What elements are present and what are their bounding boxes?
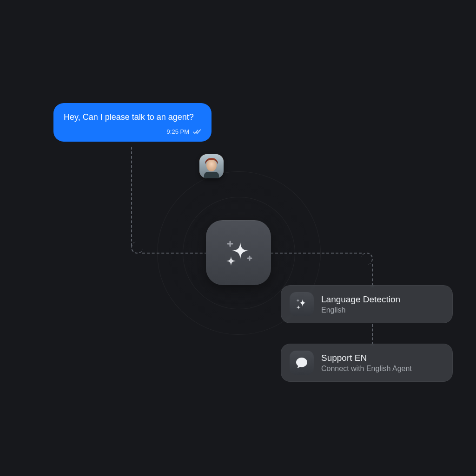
chat-bubble-icon	[290, 351, 314, 375]
ai-core-node	[206, 220, 271, 285]
connector-segment	[131, 147, 132, 246]
card-title: Language Detection	[321, 294, 400, 305]
svg-rect-2	[204, 172, 219, 178]
double-check-icon	[193, 129, 201, 135]
connector-segment	[271, 253, 362, 254]
svg-point-1	[206, 159, 217, 171]
chat-bubble: Hey, Can I please talk to an agent? 9:25…	[53, 103, 212, 142]
diagram-stage: Hey, Can I please talk to an agent? 9:25…	[0, 0, 476, 476]
connector-segment	[372, 264, 373, 286]
card-subtitle: Connect with English Agent	[321, 365, 412, 373]
card-subtitle: English	[321, 306, 400, 314]
support-card: Support EN Connect with English Agent	[281, 344, 453, 382]
connector-corner	[131, 241, 143, 254]
card-text: Language Detection English	[321, 294, 400, 314]
chat-meta: 9:25 PM	[64, 128, 201, 135]
sparkles-icon	[290, 292, 314, 316]
sparkles-icon	[219, 233, 258, 272]
chat-message-text: Hey, Can I please talk to an agent?	[64, 111, 201, 123]
user-avatar	[199, 154, 224, 178]
card-title: Support EN	[321, 352, 412, 364]
connector-segment	[142, 253, 207, 254]
card-text: Support EN Connect with English Agent	[321, 352, 412, 373]
connector-corner	[361, 253, 373, 265]
chat-timestamp: 9:25 PM	[167, 128, 189, 135]
language-detection-card: Language Detection English	[281, 285, 453, 323]
connector-segment	[372, 324, 373, 345]
